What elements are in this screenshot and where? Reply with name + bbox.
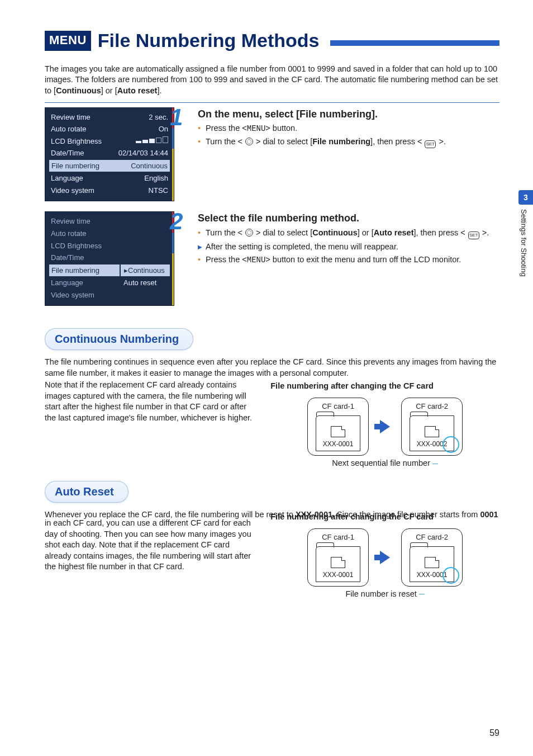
step-2: Review time Auto rotate LCD Brightness D… — [45, 211, 499, 306]
cf-card-1: CF card-1 XXX-0001 — [307, 528, 369, 587]
lcd-row: LCD Brightness — [49, 135, 170, 148]
chapter-badge: 3 — [518, 190, 533, 205]
lcd-row: Review time — [49, 215, 170, 228]
dial-icon — [245, 138, 253, 145]
auto-reset-caption: File number is reset — [270, 589, 499, 600]
lcd-row: Review time2 sec. — [49, 111, 170, 124]
step-1: Review time2 sec. Auto rotateOn LCD Brig… — [45, 107, 499, 202]
auto-reset-diagram-title: File numbering after changing the CF car… — [270, 512, 499, 523]
continuous-caption: Next sequential file number — [270, 458, 499, 469]
step-bullet: Press the <MENU> button. — [198, 123, 499, 134]
lcd-row: Auto rotate — [49, 228, 170, 240]
step-2-title: Select the file numbering method. — [198, 211, 499, 225]
lcd-row: Auto rotateOn — [49, 123, 170, 135]
menu-badge: MENU — [45, 31, 91, 51]
file-icon — [331, 557, 345, 568]
set-icon — [425, 140, 436, 148]
folder-icon: XXX-0002 — [410, 415, 454, 451]
page-title-row: MENU File Numbering Methods — [45, 28, 499, 54]
cf-card-1: CF card-1 XXX-0001 — [307, 398, 369, 456]
lcd-screenshot-2: Review time Auto rotate LCD Brightness D… — [45, 211, 174, 306]
leader-line-icon — [419, 594, 425, 594]
lcd-row: Video systemNTSC — [49, 185, 170, 197]
file-icon — [425, 426, 439, 437]
step-bullet: Turn the < > dial to select [File number… — [198, 136, 499, 148]
cf-card-2: CF card-2 XXX-0002 — [401, 398, 463, 456]
lcd-row: Language — [49, 277, 120, 289]
lcd-option-active: ▸Continuous — [120, 264, 170, 277]
auto-reset-diagram: CF card-1 XXX-0001 CF card-2 XXX-0001 — [270, 528, 499, 587]
step-number-1: 1 — [170, 102, 183, 134]
continuous-paragraph-1: The file numbering continues in sequence… — [45, 357, 499, 379]
step-1-title: On the menu, select [File numbering]. — [198, 107, 499, 121]
cf-card-2: CF card-2 XXX-0001 — [401, 528, 463, 587]
chapter-label: Settings for Shooting — [518, 209, 531, 277]
intro-paragraph: The images you take are automatically as… — [45, 64, 499, 97]
page-number: 59 — [489, 727, 499, 739]
continuous-diagram: CF card-1 XXX-0001 CF card-2 XXX-0002 — [270, 398, 499, 456]
lcd-option: Auto reset — [120, 277, 170, 289]
step-bullet: After the setting is completed, the menu… — [198, 242, 499, 253]
section-heading-continuous: Continuous Numbering — [45, 328, 193, 350]
title-rule-icon — [330, 40, 499, 46]
brightness-bars-icon — [136, 136, 168, 143]
file-icon — [331, 426, 345, 437]
continuous-diagram-title: File numbering after changing the CF car… — [270, 381, 499, 392]
arrow-right-icon — [380, 551, 390, 564]
lcd-row: Date/Time — [49, 252, 170, 264]
arrow-right-icon — [380, 420, 390, 433]
lcd-row-selected: File numberingContinuous — [49, 159, 170, 173]
leader-line-icon — [432, 464, 438, 464]
file-icon — [425, 557, 439, 568]
section-heading-auto-reset: Auto Reset — [45, 481, 129, 503]
step-bullet: Turn the < > dial to select [Continuous]… — [198, 228, 499, 239]
lcd-row: Date/Time02/14/'03 14:44 — [49, 147, 170, 159]
page-title: File Numbering Methods — [98, 28, 320, 54]
side-tab: 3 Settings for Shooting — [518, 190, 533, 277]
lcd-row-selected: File numbering — [49, 264, 120, 277]
lcd-row: Video system — [49, 289, 120, 301]
lcd-screenshot-1: Review time2 sec. Auto rotateOn LCD Brig… — [45, 107, 174, 202]
folder-icon: XXX-0001 — [410, 546, 454, 582]
divider-icon — [45, 102, 499, 103]
lcd-row: LanguageEnglish — [49, 172, 170, 185]
dial-icon — [245, 229, 253, 237]
folder-icon: XXX-0001 — [316, 546, 360, 582]
lcd-row: LCD Brightness — [49, 240, 170, 252]
step-number-2: 2 — [170, 206, 183, 238]
lcd-submenu: File numbering Language Video system ▸Co… — [49, 264, 170, 301]
highlight-circle-icon — [442, 436, 459, 453]
folder-icon: XXX-0001 — [316, 415, 360, 451]
continuous-paragraph-2: Note that if the replacement CF card alr… — [45, 380, 256, 423]
step-bullet: Press the <MENU> button to exit the menu… — [198, 254, 499, 266]
set-icon — [468, 231, 479, 239]
highlight-circle-icon — [442, 567, 459, 584]
